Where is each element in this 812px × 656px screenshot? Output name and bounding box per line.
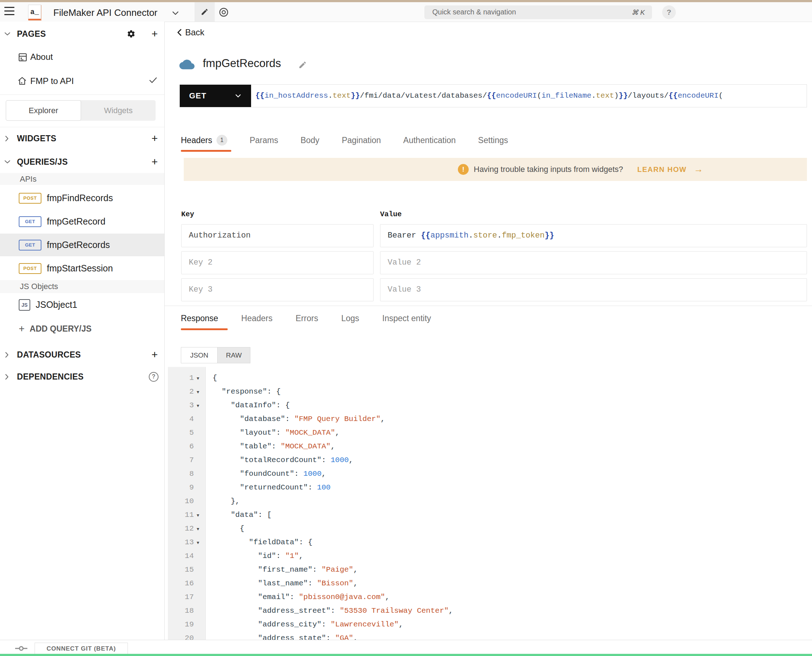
add-datasource-button[interactable]: + (151, 349, 158, 360)
hamburger-menu-icon[interactable] (4, 7, 14, 16)
tab-logs[interactable]: Logs (341, 314, 359, 323)
tab-response[interactable]: Response (181, 314, 218, 323)
chevron-down-icon[interactable] (172, 11, 179, 15)
fold-arrow-icon[interactable]: ▾ (197, 508, 199, 522)
rename-pencil-icon[interactable] (298, 60, 307, 69)
search-placeholder: Quick search & navigation (432, 8, 516, 16)
app-logo-icon[interactable]: a_ (28, 5, 41, 20)
code-segment: "address_city" (258, 620, 321, 629)
code-segment: "last_name" (258, 579, 308, 588)
code-line-8: 8 "foundCount": 1000, (168, 467, 812, 481)
code-segment: , (449, 606, 453, 615)
sidebar-item-about[interactable]: About (0, 49, 164, 67)
active-tab-underline (181, 150, 231, 152)
code-line-text: "response": { (213, 385, 281, 399)
pages-settings-gear-icon[interactable] (127, 29, 136, 38)
tab-settings[interactable]: Settings (478, 136, 508, 145)
fold-arrow-icon[interactable]: ▾ (197, 535, 199, 549)
dependencies-section-header[interactable]: DEPENDENCIES ? (0, 369, 164, 385)
response-tabs: ResponseHeadersErrorsLogsInspect entity (181, 309, 431, 327)
chevron-down-icon[interactable] (4, 32, 11, 36)
fold-arrow-icon[interactable]: ▾ (197, 522, 199, 535)
arrow-right-icon[interactable]: → (694, 158, 703, 180)
http-method-dropdown[interactable]: GET (180, 85, 251, 107)
js-object-item-jsobject1[interactable]: JSJSObject1 (0, 293, 164, 316)
header-value-input-1[interactable]: Bearer {{appsmith.store.fmp_token}} (380, 224, 807, 247)
code-segment (213, 552, 258, 560)
edit-pencil-button[interactable] (195, 2, 215, 22)
code-segment (213, 566, 258, 574)
pages-section-header[interactable]: PAGES + (0, 26, 164, 42)
tab-label: Headers (181, 136, 212, 145)
line-number: 1 (168, 371, 194, 385)
tab-pagination[interactable]: Pagination (342, 136, 381, 145)
header-key-input-3[interactable]: Key 3 (181, 278, 374, 301)
chevron-right-icon[interactable] (5, 374, 9, 380)
fold-arrow-icon[interactable]: ▾ (197, 399, 199, 412)
query-name: fmpGetRecord (47, 216, 105, 227)
chevron-right-icon[interactable] (5, 136, 9, 142)
code-segment (213, 442, 240, 450)
tab-authentication[interactable]: Authentication (403, 136, 456, 145)
header-key-input-2[interactable]: Key 2 (181, 251, 374, 274)
queries-section-header[interactable]: QUERIES/JS + (0, 154, 164, 170)
tab-inspect-entity[interactable]: Inspect entity (382, 314, 431, 323)
tab-label: Params (250, 136, 278, 145)
query-item-fmpfindrecords[interactable]: POSTfmpFindRecords (0, 187, 164, 209)
add-query-js-button[interactable]: + ADD QUERY/JS (0, 321, 164, 337)
query-item-fmpgetrecord[interactable]: GETfmpGetRecord (0, 210, 164, 233)
tab-label: Logs (341, 314, 359, 323)
add-query-button[interactable]: + (151, 156, 158, 167)
code-segment: : (321, 620, 330, 629)
add-page-button[interactable]: + (151, 28, 158, 39)
widgets-section-header[interactable]: WIDGETS + (0, 130, 164, 146)
fold-arrow-icon[interactable]: ▾ (197, 371, 199, 385)
connect-git-button[interactable]: CONNECT GIT (BETA) (35, 643, 128, 654)
query-item-fmpstartsession[interactable]: POSTfmpStartSession (0, 257, 164, 280)
code-segment: {{ (255, 91, 264, 100)
fold-arrow-icon[interactable]: ▾ (197, 385, 199, 399)
preview-eye-icon[interactable] (218, 7, 229, 18)
tab-errors[interactable]: Errors (296, 314, 318, 323)
tab-headers[interactable]: Headers (241, 314, 273, 323)
code-segment: : { (299, 538, 312, 546)
tab-explorer[interactable]: Explorer (6, 100, 81, 121)
format-raw-button[interactable]: RAW (217, 347, 250, 363)
code-line-7: 7 "totalRecordCount": 1000, (168, 453, 812, 467)
header-value-input-3[interactable]: Value 3 (380, 278, 807, 301)
tab-body[interactable]: Body (301, 136, 319, 145)
learn-how-link[interactable]: LEARN HOW (637, 158, 687, 181)
code-line-text: "last_name": "Bisson", (213, 577, 358, 590)
code-segment: : (276, 429, 285, 437)
response-json-viewer[interactable]: 1▾{2▾ "response": {3▾ "dataInfo": {4 "da… (168, 367, 812, 640)
search-input[interactable]: Quick search & navigation ⌘ K (425, 5, 652, 19)
code-segment (213, 415, 240, 423)
code-line-text: "layout": "MOCK_DATA", (213, 426, 340, 440)
back-button[interactable]: Back (177, 27, 204, 37)
help-button[interactable]: ? (662, 5, 676, 19)
sidebar-item-fmp-to-api[interactable]: FMP to API (0, 73, 164, 90)
header-value-input-2[interactable]: Value 2 (380, 251, 807, 274)
code-segment: Bearer (387, 231, 421, 240)
tab-headers[interactable]: Headers1 (181, 135, 227, 145)
datasources-section-header[interactable]: DATASOURCES + (0, 347, 164, 363)
code-segment: , (399, 620, 403, 629)
http-method-label: GET (189, 91, 207, 101)
app-title[interactable]: FileMaker API Connector (53, 7, 157, 19)
chevron-down-icon[interactable] (4, 160, 11, 164)
chevron-right-icon[interactable] (5, 352, 9, 358)
code-line-text: "id": "1", (213, 549, 303, 563)
format-json-button[interactable]: JSON (181, 347, 218, 363)
header-key-input-1[interactable]: Authorization (181, 224, 374, 247)
tab-widgets[interactable]: Widgets (81, 100, 156, 121)
code-segment: : (331, 606, 340, 615)
add-widget-button[interactable]: + (151, 133, 158, 144)
code-segment: . (468, 231, 473, 240)
request-url-input[interactable]: {{in_hostAddress.text}}/fmi/data/vLatest… (251, 85, 807, 107)
dependencies-help-icon[interactable]: ? (149, 372, 159, 382)
code-segment: appsmith (431, 231, 469, 240)
code-segment: "pbisson0@java.com" (299, 593, 385, 601)
tab-params[interactable]: Params (250, 136, 278, 145)
code-segment: , (385, 593, 390, 601)
query-item-fmpgetrecords[interactable]: GETfmpGetRecords (0, 234, 164, 256)
